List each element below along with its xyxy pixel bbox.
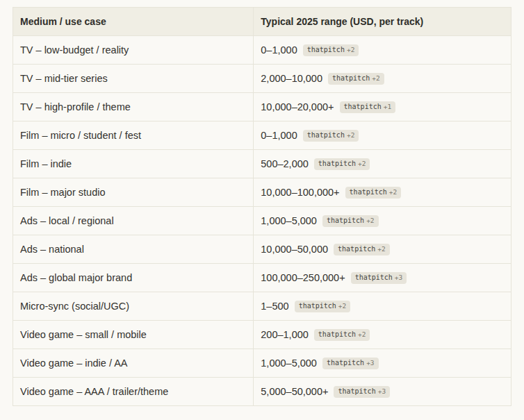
medium-cell: TV – mid-tier series xyxy=(13,65,254,93)
medium-cell: Film – indie xyxy=(13,150,254,178)
range-value: 1,000–5,000 xyxy=(261,215,317,226)
citation-count: +2 xyxy=(389,188,397,196)
range-cell: 2,000–10,000thatpitch+2 xyxy=(254,65,511,93)
table-row: Film – micro / student / fest 0–1,000tha… xyxy=(13,121,511,150)
citation-chip[interactable]: thatpitch+3 xyxy=(351,272,407,284)
range-value: 10,000–20,000+ xyxy=(261,101,334,112)
citation-source: thatpitch xyxy=(299,302,336,310)
range-cell: 10,000–50,000thatpitch+2 xyxy=(254,235,511,264)
citation-source: thatpitch xyxy=(327,359,364,367)
table-row: TV – low-budget / reality 0–1,000thatpit… xyxy=(13,36,511,65)
table-row: Video game – AAA / trailer/theme 5,000–5… xyxy=(13,378,511,406)
range-value: 0–1,000 xyxy=(261,130,297,141)
table-row: TV – high-profile / theme 10,000–20,000+… xyxy=(13,93,511,121)
citation-source: thatpitch xyxy=(327,217,364,224)
citation-chip[interactable]: thatpitch+2 xyxy=(303,44,359,56)
range-value: 1–500 xyxy=(261,301,288,312)
citation-source: thatpitch xyxy=(332,74,370,82)
medium-cell: Video game – indie / AA xyxy=(13,349,254,378)
citation-count: +3 xyxy=(395,274,402,281)
table-row: Micro-sync (social/UGC) 1–500thatpitch+2 xyxy=(13,292,511,321)
citation-count: +2 xyxy=(377,245,385,253)
medium-cell: Video game – small / mobile xyxy=(13,321,254,349)
citation-chip[interactable]: thatpitch+2 xyxy=(314,158,370,170)
range-value: 5,000–50,000+ xyxy=(261,386,328,397)
table-row: Ads – global major brand 100,000–250,000… xyxy=(13,264,511,292)
citation-chip[interactable]: thatpitch+2 xyxy=(328,73,384,85)
medium-cell: Video game – AAA / trailer/theme xyxy=(13,378,254,406)
range-cell: 1,000–5,000thatpitch+3 xyxy=(254,349,511,378)
range-cell: 100,000–250,000+thatpitch+3 xyxy=(254,264,511,292)
citation-count: +1 xyxy=(384,103,391,110)
citation-source: thatpitch xyxy=(338,245,375,253)
table-header: Medium / use case Typical 2025 range (US… xyxy=(13,8,511,36)
medium-cell: Micro-sync (social/UGC) xyxy=(13,292,254,321)
table-row: Ads – local / regional 1,000–5,000thatpi… xyxy=(13,207,511,235)
range-value: 10,000–50,000 xyxy=(261,244,328,255)
citation-count: +2 xyxy=(366,217,374,224)
citation-count: +2 xyxy=(372,74,379,82)
range-value: 100,000–250,000+ xyxy=(261,272,345,283)
citation-source: thatpitch xyxy=(350,188,387,196)
citation-chip[interactable]: thatpitch+2 xyxy=(345,187,402,199)
citation-chip[interactable]: thatpitch+2 xyxy=(334,244,390,255)
range-value: 2,000–10,000 xyxy=(261,73,322,84)
citation-source: thatpitch xyxy=(318,330,356,338)
table-row: Video game – indie / AA 1,000–5,000thatp… xyxy=(13,349,511,378)
citation-chip[interactable]: thatpitch+1 xyxy=(340,101,396,113)
range-value: 10,000–100,000+ xyxy=(261,187,339,198)
citation-count: +2 xyxy=(347,46,354,53)
range-value: 500–2,000 xyxy=(261,158,309,169)
table-body: TV – low-budget / reality 0–1,000thatpit… xyxy=(13,36,511,406)
header-range: Typical 2025 range (USD, per track) xyxy=(254,8,511,36)
range-cell: 5,000–50,000+thatpitch+3 xyxy=(254,378,511,406)
range-value: 0–1,000 xyxy=(261,44,297,56)
citation-source: thatpitch xyxy=(338,387,375,395)
content-area: Medium / use case Typical 2025 range (US… xyxy=(0,0,524,406)
citation-count: +3 xyxy=(378,387,386,395)
range-cell: 200–1,000thatpitch+2 xyxy=(254,321,511,349)
header-medium: Medium / use case xyxy=(13,8,254,36)
medium-cell: Film – major studio xyxy=(13,178,254,207)
sync-licensing-pricing-table: Medium / use case Typical 2025 range (US… xyxy=(13,7,511,406)
citation-count: +2 xyxy=(338,302,346,310)
citation-count: +3 xyxy=(366,359,374,367)
range-cell: 500–2,000thatpitch+2 xyxy=(254,150,511,178)
citation-count: +2 xyxy=(358,330,366,338)
citation-chip[interactable]: thatpitch+2 xyxy=(314,329,370,341)
range-value: 1,000–5,000 xyxy=(261,358,317,369)
medium-cell: Ads – local / regional xyxy=(13,207,254,235)
medium-cell: Film – micro / student / fest xyxy=(13,121,254,150)
range-cell: 10,000–100,000+thatpitch+2 xyxy=(254,178,511,207)
citation-source: thatpitch xyxy=(355,274,393,281)
citation-count: +2 xyxy=(347,131,354,139)
range-cell: 1–500thatpitch+2 xyxy=(254,292,511,321)
citation-count: +2 xyxy=(358,160,366,167)
table-row: Film – major studio 10,000–100,000+thatp… xyxy=(13,178,511,207)
citation-source: thatpitch xyxy=(344,103,382,110)
citation-source: thatpitch xyxy=(307,46,345,53)
medium-cell: TV – low-budget / reality xyxy=(13,36,254,65)
range-cell: 0–1,000thatpitch+2 xyxy=(254,36,511,65)
table-row: Film – indie 500–2,000thatpitch+2 xyxy=(13,150,511,178)
citation-chip[interactable]: thatpitch+2 xyxy=(295,301,351,312)
citation-chip[interactable]: thatpitch+2 xyxy=(303,130,359,142)
citation-chip[interactable]: thatpitch+3 xyxy=(322,358,379,369)
medium-cell: Ads – global major brand xyxy=(13,264,254,292)
citation-source: thatpitch xyxy=(318,160,356,167)
header-row: Medium / use case Typical 2025 range (US… xyxy=(13,8,511,36)
citation-chip[interactable]: thatpitch+2 xyxy=(322,215,379,227)
citation-chip[interactable]: thatpitch+3 xyxy=(334,386,390,398)
range-value: 200–1,000 xyxy=(261,329,309,340)
citation-source: thatpitch xyxy=(307,131,345,139)
range-cell: 10,000–20,000+thatpitch+1 xyxy=(254,93,511,121)
table-row: Video game – small / mobile 200–1,000tha… xyxy=(13,321,511,349)
table-row: TV – mid-tier series 2,000–10,000thatpit… xyxy=(13,65,511,93)
range-cell: 1,000–5,000thatpitch+2 xyxy=(254,207,511,235)
range-cell: 0–1,000thatpitch+2 xyxy=(254,121,511,150)
medium-cell: TV – high-profile / theme xyxy=(13,93,254,121)
table-row: Ads – national 10,000–50,000thatpitch+2 xyxy=(13,235,511,264)
medium-cell: Ads – national xyxy=(13,235,254,264)
